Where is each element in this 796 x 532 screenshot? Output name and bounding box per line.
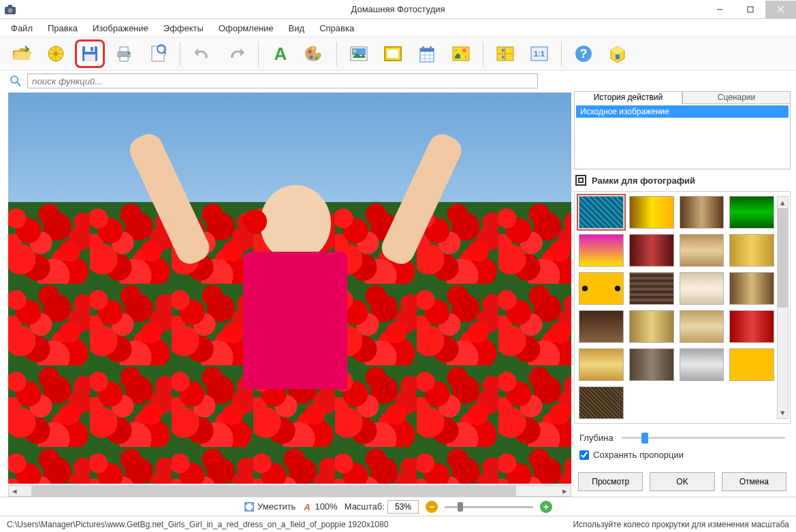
frame-thumb[interactable] xyxy=(729,348,774,381)
scroll-left-icon[interactable]: ◂ xyxy=(9,486,20,496)
frame-thumb[interactable] xyxy=(579,196,624,229)
depth-slider[interactable] xyxy=(622,431,785,444)
svg-point-20 xyxy=(128,52,130,54)
menu-effects[interactable]: Эффекты xyxy=(157,21,210,35)
frame-thumb[interactable] xyxy=(629,234,674,267)
zoom-bar: Уместить A 100% Масштаб: − + xyxy=(0,497,796,516)
hundred-button[interactable]: A 100% xyxy=(302,501,337,512)
frame-thumb[interactable] xyxy=(579,348,624,381)
frame-thumb[interactable] xyxy=(579,234,624,267)
frame-thumb[interactable] xyxy=(729,196,774,229)
frame-thumb[interactable] xyxy=(629,196,674,229)
undo-button[interactable] xyxy=(187,39,217,68)
svg-point-28 xyxy=(312,47,315,50)
redo-button[interactable] xyxy=(221,39,251,68)
menu-image[interactable]: Изображение xyxy=(86,21,155,35)
frame-thumb[interactable] xyxy=(729,310,774,343)
catalog-button[interactable] xyxy=(41,39,71,68)
collage-button[interactable] xyxy=(490,39,520,68)
app-icon xyxy=(4,3,16,16)
hundred-label: 100% xyxy=(315,501,337,512)
menu-edit[interactable]: Правка xyxy=(41,21,84,35)
svg-rect-19 xyxy=(120,56,128,61)
frame-thumb[interactable] xyxy=(579,386,624,419)
tab-scenarios[interactable]: Сценарии xyxy=(682,91,791,104)
svg-rect-18 xyxy=(120,47,128,52)
menu-help[interactable]: Справка xyxy=(313,21,361,35)
frame-thumb[interactable] xyxy=(680,348,725,381)
menu-decoration[interactable]: Оформление xyxy=(212,21,281,35)
image-icon-button[interactable] xyxy=(344,39,374,68)
frame-thumb[interactable] xyxy=(729,234,774,267)
horizontal-scrollbar[interactable]: ◂ ▸ xyxy=(8,485,571,497)
frames-scrollbar[interactable]: ▴ ▾ xyxy=(777,196,789,419)
history-list[interactable]: Исходное изображение xyxy=(574,104,791,169)
minimize-button[interactable] xyxy=(704,1,735,18)
tab-history[interactable]: История действий xyxy=(574,91,682,104)
svg-rect-57 xyxy=(579,178,583,182)
scroll-right-icon[interactable]: ▸ xyxy=(559,486,571,496)
zoom-out-button[interactable]: − xyxy=(426,501,438,513)
frame-thumb[interactable] xyxy=(579,272,624,305)
help-button[interactable]: ? xyxy=(569,39,599,68)
frame-thumb[interactable] xyxy=(680,272,725,305)
search-input[interactable] xyxy=(27,73,538,88)
keep-proportions-checkbox[interactable] xyxy=(579,450,589,460)
text-button[interactable]: A xyxy=(266,39,296,68)
frame-thumb[interactable] xyxy=(729,272,774,305)
frame-thumb[interactable] xyxy=(680,234,725,267)
svg-text:1:1: 1:1 xyxy=(534,50,545,58)
titlebar: Домашняя Фотостудия xyxy=(0,0,796,19)
frame-thumb[interactable] xyxy=(629,348,674,381)
window-title: Домашняя Фотостудия xyxy=(351,4,445,14)
print-button[interactable] xyxy=(109,39,139,68)
status-hint: Используйте колесо прокрутки для изменен… xyxy=(573,520,789,529)
window-controls xyxy=(704,1,796,18)
fit-button[interactable]: Уместить xyxy=(244,501,296,512)
postcard-button[interactable] xyxy=(446,39,476,68)
palette-button[interactable] xyxy=(300,39,330,68)
open-button[interactable] xyxy=(7,39,37,68)
save-button[interactable] xyxy=(75,39,105,68)
frame-thumb[interactable] xyxy=(579,310,624,343)
svg-point-45 xyxy=(465,56,466,58)
fit-label: Уместить xyxy=(257,501,296,512)
preview-button[interactable]: Просмотр xyxy=(578,472,643,491)
scan-button[interactable] xyxy=(143,39,173,68)
search-bar xyxy=(0,71,796,91)
menu-file[interactable]: Файл xyxy=(4,21,39,35)
zoom-input[interactable] xyxy=(387,500,419,514)
svg-point-31 xyxy=(353,50,356,52)
calendar-button[interactable] xyxy=(412,39,442,68)
svg-rect-1 xyxy=(8,5,12,7)
scroll-up-icon[interactable]: ▴ xyxy=(778,197,788,208)
frame-thumb[interactable] xyxy=(680,196,725,229)
image-canvas[interactable] xyxy=(8,93,571,484)
maximize-button[interactable] xyxy=(735,1,765,18)
depth-label: Глубина xyxy=(579,433,614,443)
close-button[interactable] xyxy=(765,1,796,18)
status-bar: C:\Users\Manager\Pictures\www.GetBg.net_… xyxy=(0,516,796,532)
menu-view[interactable]: Вид xyxy=(282,21,312,35)
zoom-slider[interactable] xyxy=(445,501,533,513)
svg-rect-36 xyxy=(422,46,424,50)
home-button[interactable] xyxy=(603,39,633,68)
svg-point-27 xyxy=(315,57,319,61)
frame-button[interactable] xyxy=(378,39,408,68)
frame-thumb[interactable] xyxy=(629,310,674,343)
frame-thumb[interactable] xyxy=(680,310,725,343)
status-path: C:\Users\Manager\Pictures\www.GetBg.net_… xyxy=(7,520,388,529)
cancel-button[interactable]: Отмена xyxy=(722,472,786,491)
search-icon xyxy=(10,75,22,87)
toolbar: A 1:1 ? xyxy=(0,37,796,71)
frames-icon xyxy=(575,175,586,186)
actual-size-button[interactable]: 1:1 xyxy=(524,39,554,68)
scale-label: Масштаб: xyxy=(345,501,385,512)
svg-rect-4 xyxy=(748,7,753,12)
ok-button[interactable]: OK xyxy=(650,472,714,491)
history-item[interactable]: Исходное изображение xyxy=(576,105,789,118)
scroll-down-icon[interactable]: ▾ xyxy=(778,407,788,418)
frame-thumb[interactable] xyxy=(629,272,674,305)
zoom-in-button[interactable]: + xyxy=(540,501,552,513)
keep-proportions-row: Сохранять пропорции xyxy=(574,447,791,463)
